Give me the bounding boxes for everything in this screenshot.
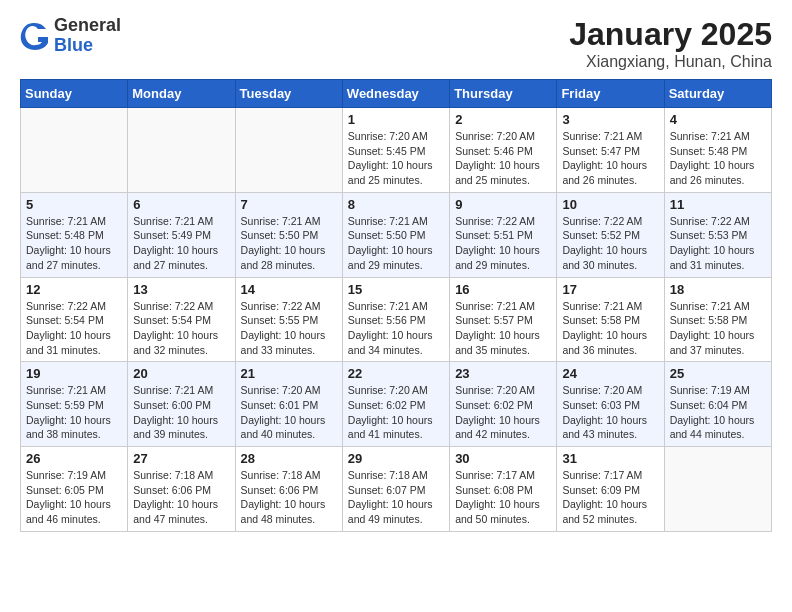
- calendar-day-cell: 3Sunrise: 7:21 AMSunset: 5:47 PMDaylight…: [557, 108, 664, 193]
- calendar-week-row: 1Sunrise: 7:20 AMSunset: 5:45 PMDaylight…: [21, 108, 772, 193]
- calendar-week-row: 19Sunrise: 7:21 AMSunset: 5:59 PMDayligh…: [21, 362, 772, 447]
- weekday-header: Tuesday: [235, 80, 342, 108]
- calendar-table: SundayMondayTuesdayWednesdayThursdayFrid…: [20, 79, 772, 532]
- calendar-day-cell: 31Sunrise: 7:17 AMSunset: 6:09 PMDayligh…: [557, 447, 664, 532]
- day-info: Sunrise: 7:22 AMSunset: 5:53 PMDaylight:…: [670, 214, 766, 273]
- day-info: Sunrise: 7:20 AMSunset: 6:02 PMDaylight:…: [455, 383, 551, 442]
- day-info: Sunrise: 7:21 AMSunset: 5:58 PMDaylight:…: [670, 299, 766, 358]
- calendar-day-cell: 1Sunrise: 7:20 AMSunset: 5:45 PMDaylight…: [342, 108, 449, 193]
- day-number: 8: [348, 197, 444, 212]
- day-info: Sunrise: 7:21 AMSunset: 6:00 PMDaylight:…: [133, 383, 229, 442]
- logo-general: General: [54, 16, 121, 36]
- calendar-day-cell: 20Sunrise: 7:21 AMSunset: 6:00 PMDayligh…: [128, 362, 235, 447]
- day-info: Sunrise: 7:22 AMSunset: 5:51 PMDaylight:…: [455, 214, 551, 273]
- day-info: Sunrise: 7:21 AMSunset: 5:50 PMDaylight:…: [241, 214, 337, 273]
- day-info: Sunrise: 7:18 AMSunset: 6:06 PMDaylight:…: [133, 468, 229, 527]
- day-number: 5: [26, 197, 122, 212]
- calendar-day-cell: 2Sunrise: 7:20 AMSunset: 5:46 PMDaylight…: [450, 108, 557, 193]
- logo-text: General Blue: [54, 16, 121, 56]
- day-info: Sunrise: 7:20 AMSunset: 6:03 PMDaylight:…: [562, 383, 658, 442]
- calendar-day-cell: 15Sunrise: 7:21 AMSunset: 5:56 PMDayligh…: [342, 277, 449, 362]
- calendar-title: January 2025: [569, 16, 772, 53]
- calendar-day-cell: 22Sunrise: 7:20 AMSunset: 6:02 PMDayligh…: [342, 362, 449, 447]
- day-number: 14: [241, 282, 337, 297]
- calendar-day-cell: 29Sunrise: 7:18 AMSunset: 6:07 PMDayligh…: [342, 447, 449, 532]
- calendar-day-cell: 24Sunrise: 7:20 AMSunset: 6:03 PMDayligh…: [557, 362, 664, 447]
- day-info: Sunrise: 7:18 AMSunset: 6:07 PMDaylight:…: [348, 468, 444, 527]
- day-number: 31: [562, 451, 658, 466]
- day-number: 17: [562, 282, 658, 297]
- calendar-day-cell: 17Sunrise: 7:21 AMSunset: 5:58 PMDayligh…: [557, 277, 664, 362]
- day-info: Sunrise: 7:22 AMSunset: 5:54 PMDaylight:…: [26, 299, 122, 358]
- day-number: 22: [348, 366, 444, 381]
- day-number: 26: [26, 451, 122, 466]
- day-number: 21: [241, 366, 337, 381]
- day-number: 24: [562, 366, 658, 381]
- day-info: Sunrise: 7:21 AMSunset: 5:50 PMDaylight:…: [348, 214, 444, 273]
- day-info: Sunrise: 7:22 AMSunset: 5:55 PMDaylight:…: [241, 299, 337, 358]
- calendar-day-cell: 28Sunrise: 7:18 AMSunset: 6:06 PMDayligh…: [235, 447, 342, 532]
- day-number: 2: [455, 112, 551, 127]
- calendar-day-cell: [235, 108, 342, 193]
- calendar-day-cell: 18Sunrise: 7:21 AMSunset: 5:58 PMDayligh…: [664, 277, 771, 362]
- day-info: Sunrise: 7:20 AMSunset: 6:01 PMDaylight:…: [241, 383, 337, 442]
- calendar-day-cell: 11Sunrise: 7:22 AMSunset: 5:53 PMDayligh…: [664, 192, 771, 277]
- weekday-header: Friday: [557, 80, 664, 108]
- calendar-day-cell: 26Sunrise: 7:19 AMSunset: 6:05 PMDayligh…: [21, 447, 128, 532]
- calendar-week-row: 5Sunrise: 7:21 AMSunset: 5:48 PMDaylight…: [21, 192, 772, 277]
- calendar-subtitle: Xiangxiang, Hunan, China: [569, 53, 772, 71]
- day-number: 19: [26, 366, 122, 381]
- day-info: Sunrise: 7:18 AMSunset: 6:06 PMDaylight:…: [241, 468, 337, 527]
- calendar-day-cell: [664, 447, 771, 532]
- day-number: 9: [455, 197, 551, 212]
- day-number: 1: [348, 112, 444, 127]
- day-info: Sunrise: 7:21 AMSunset: 5:48 PMDaylight:…: [670, 129, 766, 188]
- calendar-day-cell: 8Sunrise: 7:21 AMSunset: 5:50 PMDaylight…: [342, 192, 449, 277]
- day-info: Sunrise: 7:21 AMSunset: 5:49 PMDaylight:…: [133, 214, 229, 273]
- day-info: Sunrise: 7:19 AMSunset: 6:05 PMDaylight:…: [26, 468, 122, 527]
- day-number: 27: [133, 451, 229, 466]
- day-number: 4: [670, 112, 766, 127]
- calendar-day-cell: 9Sunrise: 7:22 AMSunset: 5:51 PMDaylight…: [450, 192, 557, 277]
- day-number: 20: [133, 366, 229, 381]
- calendar-day-cell: 6Sunrise: 7:21 AMSunset: 5:49 PMDaylight…: [128, 192, 235, 277]
- day-number: 12: [26, 282, 122, 297]
- calendar-day-cell: 14Sunrise: 7:22 AMSunset: 5:55 PMDayligh…: [235, 277, 342, 362]
- calendar-day-cell: 5Sunrise: 7:21 AMSunset: 5:48 PMDaylight…: [21, 192, 128, 277]
- day-number: 3: [562, 112, 658, 127]
- day-info: Sunrise: 7:21 AMSunset: 5:58 PMDaylight:…: [562, 299, 658, 358]
- day-number: 6: [133, 197, 229, 212]
- logo-blue: Blue: [54, 36, 121, 56]
- calendar-day-cell: 13Sunrise: 7:22 AMSunset: 5:54 PMDayligh…: [128, 277, 235, 362]
- day-info: Sunrise: 7:21 AMSunset: 5:59 PMDaylight:…: [26, 383, 122, 442]
- calendar-day-cell: 16Sunrise: 7:21 AMSunset: 5:57 PMDayligh…: [450, 277, 557, 362]
- day-info: Sunrise: 7:20 AMSunset: 6:02 PMDaylight:…: [348, 383, 444, 442]
- header: General Blue January 2025 Xiangxiang, Hu…: [20, 16, 772, 71]
- calendar-day-cell: 19Sunrise: 7:21 AMSunset: 5:59 PMDayligh…: [21, 362, 128, 447]
- logo: General Blue: [20, 16, 121, 56]
- day-number: 30: [455, 451, 551, 466]
- calendar-week-row: 26Sunrise: 7:19 AMSunset: 6:05 PMDayligh…: [21, 447, 772, 532]
- day-number: 16: [455, 282, 551, 297]
- calendar-day-cell: 10Sunrise: 7:22 AMSunset: 5:52 PMDayligh…: [557, 192, 664, 277]
- page: General Blue January 2025 Xiangxiang, Hu…: [0, 0, 792, 548]
- calendar-day-cell: 30Sunrise: 7:17 AMSunset: 6:08 PMDayligh…: [450, 447, 557, 532]
- day-info: Sunrise: 7:20 AMSunset: 5:45 PMDaylight:…: [348, 129, 444, 188]
- day-number: 23: [455, 366, 551, 381]
- calendar-day-cell: 23Sunrise: 7:20 AMSunset: 6:02 PMDayligh…: [450, 362, 557, 447]
- title-area: January 2025 Xiangxiang, Hunan, China: [569, 16, 772, 71]
- day-number: 13: [133, 282, 229, 297]
- day-number: 18: [670, 282, 766, 297]
- day-info: Sunrise: 7:21 AMSunset: 5:48 PMDaylight:…: [26, 214, 122, 273]
- weekday-header: Sunday: [21, 80, 128, 108]
- day-number: 15: [348, 282, 444, 297]
- logo-icon: [20, 21, 50, 51]
- day-number: 25: [670, 366, 766, 381]
- calendar-week-row: 12Sunrise: 7:22 AMSunset: 5:54 PMDayligh…: [21, 277, 772, 362]
- day-info: Sunrise: 7:17 AMSunset: 6:09 PMDaylight:…: [562, 468, 658, 527]
- day-info: Sunrise: 7:22 AMSunset: 5:54 PMDaylight:…: [133, 299, 229, 358]
- day-number: 11: [670, 197, 766, 212]
- day-number: 29: [348, 451, 444, 466]
- day-info: Sunrise: 7:19 AMSunset: 6:04 PMDaylight:…: [670, 383, 766, 442]
- calendar-day-cell: 21Sunrise: 7:20 AMSunset: 6:01 PMDayligh…: [235, 362, 342, 447]
